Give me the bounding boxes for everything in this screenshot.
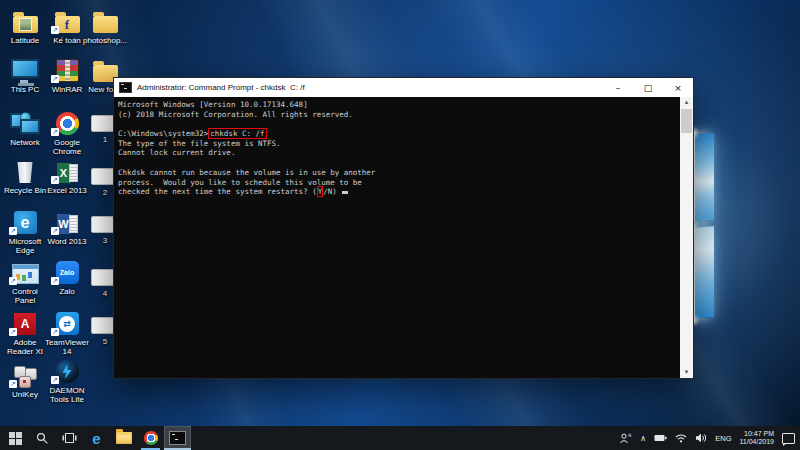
network-icon	[8, 110, 42, 135]
terminal-line: The type of the file system is NTFS.	[118, 139, 677, 149]
search-icon	[36, 432, 49, 445]
taskbar: e R ∧ ENG 10:47 PM 11/04/2019	[0, 426, 800, 450]
taskbar-search-button[interactable]	[29, 426, 56, 450]
desktop-icon-label: 3	[103, 236, 107, 245]
chrome-icon	[144, 431, 158, 445]
adobe-reader-icon: A ↗	[8, 310, 42, 335]
desktop-icon-label: Zalo	[59, 287, 75, 296]
y-option: Y	[318, 187, 323, 196]
desktop-icon-control-panel[interactable]: ↗ Control Panel	[3, 259, 47, 305]
window-title: Administrator: Command Prompt - chkdsk C…	[137, 83, 603, 92]
wifi-icon[interactable]	[675, 433, 687, 443]
taskbar-clock[interactable]: 10:47 PM 11/04/2019	[739, 430, 774, 447]
desktop-icon-daemon-tools[interactable]: ↗ DAEMON Tools Lite	[45, 358, 89, 404]
shortcut-arrow-icon: ↗	[51, 376, 59, 384]
desktop-icon-label: Network	[10, 138, 39, 147]
terminal-line: Chkdsk cannot run because the volume is …	[118, 168, 677, 178]
speaker-icon[interactable]	[695, 433, 707, 443]
desktop-icon-label: 1	[103, 135, 107, 144]
shortcut-arrow-icon: ↗	[51, 227, 59, 235]
shortcut-arrow-icon: ↗	[9, 227, 17, 235]
desktop-icon-label: Recycle Bin	[4, 186, 46, 195]
taskbar-chrome-button[interactable]	[137, 426, 164, 450]
close-button[interactable]: ×	[663, 78, 693, 97]
folder-user-icon	[8, 8, 42, 33]
terminal-question-line: checked the next time the system restart…	[118, 187, 677, 197]
folder-f-icon: f ↗	[50, 8, 84, 33]
shortcut-arrow-icon: ↗	[9, 380, 17, 388]
desktop-icon-label: 2	[103, 188, 107, 197]
task-view-icon	[62, 432, 77, 444]
windows-logo-pane-bottom	[693, 226, 714, 318]
maximize-button[interactable]: □	[633, 78, 663, 97]
edge-icon: e	[92, 431, 100, 446]
terminal-cursor	[342, 191, 348, 194]
desktop-icon-adobe-reader[interactable]: A ↗ Adobe Reader XI	[3, 310, 47, 356]
action-center-icon[interactable]	[782, 433, 795, 444]
terminal-blank-line	[118, 119, 677, 129]
recycle-bin-icon	[8, 158, 42, 183]
daemon-tools-icon: ↗	[50, 358, 84, 383]
computer-icon	[8, 57, 42, 82]
taskbar-command-prompt-button[interactable]	[164, 426, 191, 450]
scroll-up-arrow-icon[interactable]: ▴	[680, 97, 693, 108]
clock-time: 10:47 PM	[739, 430, 774, 439]
desktop-icon-label: DAEMON Tools Lite	[45, 386, 89, 404]
excel-icon: X ↗	[50, 158, 84, 183]
command-prompt-window: Administrator: Command Prompt - chkdsk C…	[113, 77, 694, 379]
window-title-bar[interactable]: Administrator: Command Prompt - chkdsk C…	[114, 78, 693, 97]
cmd-window-icon	[119, 82, 132, 93]
command-prompt-icon	[169, 431, 186, 445]
desktop-icon-recycle-bin[interactable]: Recycle Bin	[3, 158, 47, 195]
desktop-icon-latitude[interactable]: Latitude	[3, 8, 47, 45]
clock-date: 11/04/2019	[739, 438, 774, 447]
desktop-icon-label: Word 2013	[48, 237, 87, 246]
language-indicator[interactable]: ENG	[715, 434, 731, 443]
desktop-icon-unikey[interactable]: ↗ UniKey	[3, 362, 47, 399]
edge-icon: e ↗	[8, 209, 42, 234]
hidden-icons-chevron[interactable]: ∧	[640, 434, 646, 443]
svg-text:R: R	[629, 433, 632, 438]
terminal-scrollbar[interactable]: ▴ ▾	[680, 97, 693, 378]
desktop-icon-label: WinRAR	[52, 85, 83, 94]
desktop-icon-label: Kế toán	[53, 36, 81, 45]
taskbar-file-explorer-button[interactable]	[110, 426, 137, 450]
desktop-icon-label: 4	[103, 289, 107, 298]
battery-icon[interactable]	[654, 434, 667, 442]
desktop-icon-label: photoshop...	[83, 36, 127, 45]
scrollbar-thumb[interactable]	[681, 109, 692, 133]
shortcut-arrow-icon: ↗	[51, 277, 59, 285]
shortcut-arrow-icon: ↗	[9, 328, 17, 336]
people-icon[interactable]: R	[619, 432, 632, 444]
shortcut-arrow-icon: ↗	[51, 176, 59, 184]
start-button[interactable]	[2, 426, 29, 450]
shortcut-arrow-icon: ↗	[51, 128, 59, 136]
shortcut-arrow-icon: ↗	[51, 26, 59, 34]
desktop-icon-network[interactable]: Network	[3, 110, 47, 147]
system-tray: R ∧ ENG 10:47 PM 11/04/2019	[619, 430, 800, 447]
terminal-prompt-line: C:\Windows\system32>chkdsk C: /f	[118, 129, 677, 139]
desktop-icon-this-pc[interactable]: This PC	[3, 57, 47, 94]
shortcut-arrow-icon: ↗	[51, 75, 59, 83]
desktop-screen: Latitude This PC Network Recycle Bin e ↗…	[0, 0, 800, 450]
desktop-icon-label: This PC	[11, 85, 39, 94]
terminal-line: process. Would you like to schedule this…	[118, 178, 677, 188]
file-explorer-icon	[116, 432, 132, 444]
desktop-icon-microsoft-edge[interactable]: e ↗ Microsoft Edge	[3, 209, 47, 255]
shortcut-arrow-icon: ↗	[9, 277, 17, 285]
desktop-icon-photoshop-folder[interactable]: photoshop...	[83, 8, 127, 45]
scroll-down-arrow-icon[interactable]: ▾	[680, 367, 693, 378]
annotation-command-box: chkdsk C: /f	[208, 128, 266, 139]
taskbar-edge-button[interactable]: e	[83, 426, 110, 450]
desktop-icon-label: Control Panel	[3, 287, 47, 305]
terminal-output[interactable]: Microsoft Windows [Version 10.0.17134.64…	[114, 97, 693, 378]
prompt-path: C:\Windows\system32>	[118, 129, 208, 138]
zalo-icon: Zalo ↗	[50, 259, 84, 284]
desktop-icon-label: Microsoft Edge	[3, 237, 47, 255]
desktop-icon-label: Latitude	[11, 36, 39, 45]
terminal-line: Microsoft Windows [Version 10.0.17134.64…	[118, 100, 677, 110]
word-icon: W ↗	[50, 209, 84, 234]
teamviewer-icon: ⇄ ↗	[50, 310, 84, 335]
minimize-button[interactable]: –	[603, 78, 633, 97]
task-view-button[interactable]	[56, 426, 83, 450]
